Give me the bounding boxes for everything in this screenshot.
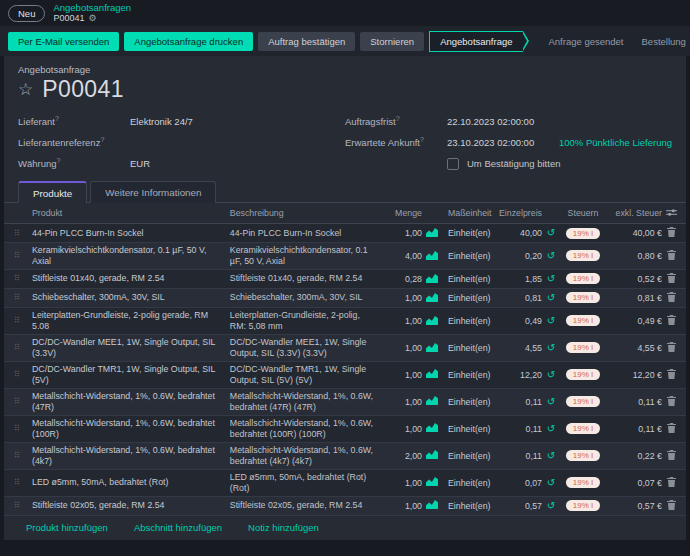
- lieferant-field[interactable]: Elektronik 24/7: [130, 116, 193, 127]
- qty-cell[interactable]: 1,00: [382, 478, 422, 488]
- table-row[interactable]: ⠿ LED ø5mm, 50mA, bedrahtet (Rot) LED ø5…: [4, 470, 686, 497]
- price-cell[interactable]: 0,11: [496, 424, 542, 434]
- product-cell[interactable]: LED ø5mm, 50mA, bedrahtet (Rot): [32, 475, 230, 490]
- tax-cell[interactable]: 19% I: [560, 250, 606, 261]
- tax-cell[interactable]: 19% I: [560, 500, 606, 511]
- product-cell[interactable]: Schiebeschalter, 300mA, 30V, SIL: [32, 290, 230, 305]
- uom-cell[interactable]: Einheit(en): [442, 343, 496, 353]
- description-cell[interactable]: 44-Pin PLCC Burn-In Sockel: [230, 226, 382, 241]
- forecast-icon[interactable]: [422, 293, 442, 304]
- status-step-angebotsanfrage[interactable]: Angebotsanfrage: [429, 31, 522, 52]
- qty-cell[interactable]: 2,00: [382, 451, 422, 461]
- description-cell[interactable]: Leiterplatten-Grundleiste, 2-polig, RM: …: [230, 308, 382, 334]
- drag-handle-icon[interactable]: ⠿: [14, 501, 32, 510]
- product-cell[interactable]: Metallschicht-Widerstand, 1%, 0.6W, bedr…: [32, 416, 230, 442]
- qty-cell[interactable]: 4,00: [382, 251, 422, 261]
- qty-cell[interactable]: 1,00: [382, 501, 422, 511]
- description-cell[interactable]: Keramikvielschichtkondensator, 0.1 µF, 5…: [230, 243, 382, 269]
- refresh-price-icon[interactable]: ↺: [542, 228, 560, 238]
- qty-cell[interactable]: 1,00: [382, 424, 422, 434]
- table-row[interactable]: ⠿ Metallschicht-Widerstand, 1%, 0.6W, be…: [4, 416, 686, 443]
- optional-columns-icon[interactable]: [662, 208, 680, 219]
- table-row[interactable]: ⠿ 44-Pin PLCC Burn-In Sockel 44-Pin PLCC…: [4, 224, 686, 243]
- price-cell[interactable]: 0,11: [496, 397, 542, 407]
- refresh-price-icon[interactable]: ↺: [542, 501, 560, 511]
- drag-handle-icon[interactable]: ⠿: [14, 274, 32, 283]
- description-cell[interactable]: DC/DC-Wandler TMR1, 1W, Single Output, S…: [230, 362, 382, 388]
- description-cell[interactable]: LED ø5mm, 50mA, bedrahtet (Rot) (Rot): [230, 470, 382, 496]
- qty-cell[interactable]: 1,00: [382, 316, 422, 326]
- add-section-link[interactable]: Abschnitt hinzufügen: [134, 522, 222, 533]
- drag-handle-icon[interactable]: ⠿: [14, 370, 32, 379]
- col-einzelpreis[interactable]: Einzelpreis: [496, 208, 542, 218]
- delete-row-icon[interactable]: [662, 423, 680, 435]
- gear-icon[interactable]: ⚙: [88, 13, 96, 24]
- col-menge[interactable]: Menge: [382, 208, 422, 218]
- description-cell[interactable]: Metallschicht-Widerstand, 1%, 0.6W, bedr…: [230, 443, 382, 469]
- drag-handle-icon[interactable]: ⠿: [14, 229, 32, 238]
- refresh-price-icon[interactable]: ↺: [542, 478, 560, 488]
- forecast-icon[interactable]: [422, 251, 442, 262]
- qty-cell[interactable]: 1,00: [382, 293, 422, 303]
- refresh-price-icon[interactable]: ↺: [542, 424, 560, 434]
- drag-handle-icon[interactable]: ⠿: [14, 293, 32, 302]
- price-cell[interactable]: 0,57: [496, 501, 542, 511]
- uom-cell[interactable]: Einheit(en): [442, 316, 496, 326]
- refresh-price-icon[interactable]: ↺: [542, 370, 560, 380]
- uom-cell[interactable]: Einheit(en): [442, 293, 496, 303]
- forecast-icon[interactable]: [422, 316, 442, 327]
- waehrung-field[interactable]: EUR: [130, 158, 150, 169]
- col-produkt[interactable]: Produkt: [32, 208, 230, 218]
- status-step-anfrage-gesendet[interactable]: Anfrage gesendet: [549, 36, 624, 47]
- product-cell[interactable]: Metallschicht-Widerstand, 1%, 0.6W, bedr…: [32, 389, 230, 415]
- product-cell[interactable]: DC/DC-Wandler TMR1, 1W, Single Output, S…: [32, 362, 230, 388]
- uom-cell[interactable]: Einheit(en): [442, 274, 496, 284]
- description-cell[interactable]: Stiftleiste 02x05, gerade, RM 2.54: [230, 498, 382, 513]
- description-cell[interactable]: DC/DC-Wandler MEE1, 1W, Single Output, S…: [230, 335, 382, 361]
- price-cell[interactable]: 0,49: [496, 316, 542, 326]
- drag-handle-icon[interactable]: ⠿: [14, 451, 32, 460]
- delete-row-icon[interactable]: [662, 273, 680, 285]
- product-cell[interactable]: Stiftleiste 01x40, gerade, RM 2.54: [32, 271, 230, 286]
- delete-row-icon[interactable]: [662, 369, 680, 381]
- refresh-price-icon[interactable]: ↺: [542, 251, 560, 261]
- drag-handle-icon[interactable]: ⠿: [14, 478, 32, 487]
- forecast-icon[interactable]: [422, 450, 442, 461]
- col-beschreibung[interactable]: Beschreibung: [230, 208, 382, 218]
- price-cell[interactable]: 0,20: [496, 251, 542, 261]
- table-row[interactable]: ⠿ DC/DC-Wandler TMR1, 1W, Single Output,…: [4, 362, 686, 389]
- erwartete-ankunft-field[interactable]: 23.10.2023 02:00:00: [447, 137, 534, 148]
- add-product-link[interactable]: Produkt hinzufügen: [26, 522, 108, 533]
- tax-cell[interactable]: 19% I: [560, 315, 606, 326]
- delete-row-icon[interactable]: [662, 342, 680, 354]
- delete-row-icon[interactable]: [662, 450, 680, 462]
- confirmation-checkbox[interactable]: [447, 158, 459, 170]
- description-cell[interactable]: Metallschicht-Widerstand, 1%, 0.6W, bedr…: [230, 416, 382, 442]
- product-cell[interactable]: Metallschicht-Widerstand, 1%, 0.6W, bedr…: [32, 443, 230, 469]
- forecast-icon[interactable]: [422, 274, 442, 285]
- col-masseinheit[interactable]: Maßeinheit: [442, 208, 496, 218]
- drag-handle-icon[interactable]: ⠿: [14, 424, 32, 433]
- refresh-price-icon[interactable]: ↺: [542, 274, 560, 284]
- table-row[interactable]: ⠿ Metallschicht-Widerstand, 1%, 0.6W, be…: [4, 389, 686, 416]
- forecast-icon[interactable]: [422, 228, 442, 239]
- tax-cell[interactable]: 19% I: [560, 342, 606, 353]
- forecast-icon[interactable]: [422, 396, 442, 407]
- favorite-star-icon[interactable]: ☆: [18, 81, 33, 98]
- tax-cell[interactable]: 19% I: [560, 228, 606, 239]
- delete-row-icon[interactable]: [662, 315, 680, 327]
- drag-handle-icon[interactable]: ⠿: [14, 343, 32, 352]
- product-cell[interactable]: Keramikvielschichtkondensator, 0.1 µF, 5…: [32, 243, 230, 269]
- delete-row-icon[interactable]: [662, 477, 680, 489]
- delete-row-icon[interactable]: [662, 396, 680, 408]
- tax-cell[interactable]: 19% I: [560, 396, 606, 407]
- delete-row-icon[interactable]: [662, 292, 680, 304]
- print-rfq-button[interactable]: Angebotsanfrage drucken: [124, 32, 253, 51]
- forecast-icon[interactable]: [422, 369, 442, 380]
- tax-cell[interactable]: 19% I: [560, 423, 606, 434]
- refresh-price-icon[interactable]: ↺: [542, 343, 560, 353]
- table-row[interactable]: ⠿ Leiterplatten-Grundleiste, 2-polig ger…: [4, 308, 686, 335]
- description-cell[interactable]: Metallschicht-Widerstand, 1%, 0.6W, bedr…: [230, 389, 382, 415]
- price-cell[interactable]: 40,00: [496, 228, 542, 238]
- uom-cell[interactable]: Einheit(en): [442, 397, 496, 407]
